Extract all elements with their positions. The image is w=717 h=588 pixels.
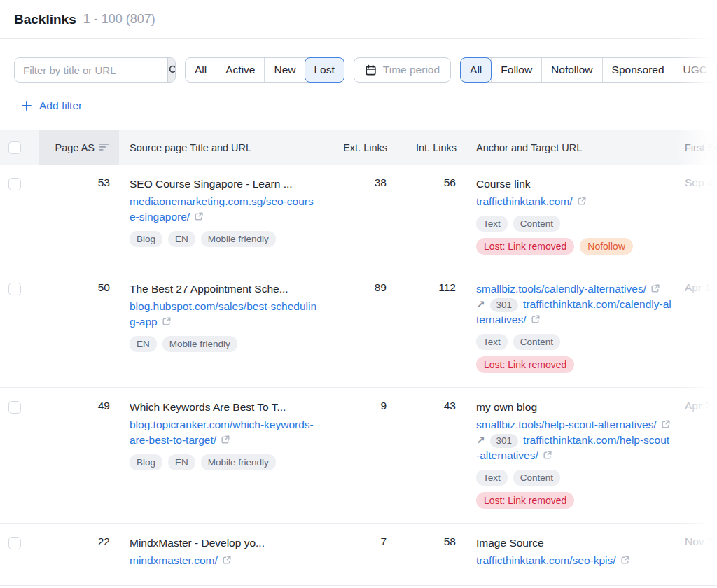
filter-toolbar: AllActiveNewLost Time period AllFollowNo…	[14, 57, 717, 83]
filter-follow-all[interactable]: All	[460, 57, 492, 83]
first-seen-value: Nov 2	[672, 524, 717, 582]
link-type-tags: TextContent	[476, 216, 672, 232]
redirect-code-badge: 301	[490, 434, 519, 448]
redirect-arrow-icon: ↗	[476, 434, 485, 446]
first-seen-value: Apr 2	[672, 388, 717, 523]
anchor-text: Course link	[476, 176, 672, 192]
filter-status-new[interactable]: New	[264, 58, 305, 82]
backlinks-table: Page AS Source page Title and URL Ext. L…	[0, 130, 717, 582]
external-link-icon[interactable]	[194, 211, 204, 221]
source-url-link[interactable]: blog.hubspot.com/sales/best-scheduling-a…	[130, 300, 316, 328]
column-header-page-as[interactable]: Page AS	[39, 130, 119, 164]
column-header-ext-links[interactable]: Ext. Links	[326, 130, 387, 164]
page-as-value: 22	[39, 524, 119, 582]
status-filter-group: AllActiveNewLost	[185, 57, 344, 83]
column-header-first-seen[interactable]: First Seen	[672, 130, 717, 164]
search-button[interactable]	[167, 58, 176, 82]
result-range-count: 1 - 100 (807)	[83, 12, 155, 27]
tag-pill: Text	[476, 216, 508, 232]
search-icon	[168, 64, 176, 76]
filter-follow-nofollow[interactable]: Nofollow	[541, 58, 601, 82]
row-checkbox[interactable]	[8, 178, 21, 190]
filter-status-active[interactable]: Active	[216, 58, 264, 82]
tag-pill: Mobile friendly	[201, 454, 276, 470]
external-link-icon[interactable]	[531, 314, 541, 324]
anchor-text: my own blog	[476, 400, 672, 415]
status-badge-nofollow: Nofollow	[580, 238, 633, 255]
target-url-link[interactable]: smallbiz.tools/calendly-alternatives/	[476, 283, 646, 295]
ext-links-value: 38	[326, 164, 387, 269]
target-url-link[interactable]: trafficthinktank.com/seo-kpis/	[476, 554, 616, 566]
table-row: 22 MindxMaster - Develop yo... mindxmast…	[0, 524, 717, 582]
search-group	[14, 57, 176, 83]
add-filter-button[interactable]: Add filter	[22, 99, 82, 112]
filter-follow-sponsored[interactable]: Sponsored	[602, 58, 674, 82]
source-title: SEO Course Singapore - Learn ...	[130, 176, 319, 192]
filter-follow-follow[interactable]: Follow	[491, 58, 541, 82]
time-period-label: Time period	[383, 64, 440, 76]
add-filter-label: Add filter	[39, 99, 82, 112]
external-link-icon[interactable]	[543, 450, 552, 460]
redirect-line: ↗301trafficthinktank.com/help-scout-alte…	[476, 433, 672, 463]
link-type-tags: TextContent	[476, 334, 672, 350]
calendar-icon	[365, 64, 377, 76]
external-link-icon[interactable]	[221, 435, 230, 444]
tag-pill: Text	[476, 334, 508, 350]
link-type-tags: TextContent	[476, 470, 672, 486]
int-links-value: 58	[387, 524, 457, 582]
source-tags: BlogENMobile friendly	[130, 454, 319, 470]
source-url-link[interactable]: mindxmaster.com/	[130, 554, 218, 566]
int-links-value: 56	[387, 164, 457, 269]
external-link-icon[interactable]	[661, 419, 671, 429]
tag-pill: Text	[476, 470, 508, 486]
status-badge-lost: Lost: Link removed	[476, 238, 574, 255]
plus-icon	[22, 101, 32, 111]
external-link-icon[interactable]	[650, 284, 660, 293]
page-as-value: 49	[39, 388, 119, 523]
external-link-icon[interactable]	[162, 316, 172, 326]
status-tags: Lost: Link removed Nofollow	[476, 238, 672, 255]
row-checkbox[interactable]	[8, 283, 21, 295]
filter-status-lost[interactable]: Lost	[305, 57, 344, 83]
source-title: Which Keywords Are Best To T...	[130, 400, 319, 415]
row-checkbox[interactable]	[8, 537, 21, 550]
select-all-checkbox[interactable]	[8, 141, 21, 154]
first-seen-value: Sep 4	[672, 164, 717, 269]
tag-pill: EN	[168, 231, 195, 247]
anchor-text: Image Source	[476, 536, 672, 551]
tag-pill: Blog	[130, 454, 162, 470]
table-row: 53 SEO Course Singapore - Learn ... medi…	[0, 164, 717, 270]
target-url-link[interactable]: trafficthinktank.com/	[476, 195, 573, 207]
sort-desc-icon	[99, 143, 110, 152]
target-url-link[interactable]: smallbiz.tools/help-scout-alternatives/	[476, 419, 657, 430]
row-checkbox[interactable]	[8, 401, 21, 414]
source-tags: ENMobile friendly	[130, 336, 319, 352]
status-badge-lost: Lost: Link removed	[476, 356, 574, 373]
int-links-value: 43	[387, 388, 457, 523]
tag-pill: Content	[513, 334, 560, 350]
page-as-value: 50	[39, 270, 119, 387]
tag-pill: Content	[513, 470, 560, 486]
tag-pill: Content	[513, 216, 560, 232]
column-header-source: Source page Title and URL	[119, 130, 326, 164]
external-link-icon[interactable]	[620, 555, 630, 565]
status-badge-lost: Lost: Link removed	[476, 492, 574, 509]
filter-follow-ugc[interactable]: UGC	[674, 58, 716, 82]
time-period-button[interactable]: Time period	[354, 57, 451, 83]
tag-pill: Mobile friendly	[201, 231, 276, 247]
tag-pill: Mobile friendly	[162, 336, 237, 352]
tag-pill: EN	[130, 336, 157, 352]
external-link-icon[interactable]	[577, 196, 587, 206]
redirect-code-badge: 301	[490, 298, 519, 312]
tag-pill: Blog	[130, 231, 162, 247]
status-tags: Lost: Link removed	[476, 492, 672, 509]
table-header-row: Page AS Source page Title and URL Ext. L…	[0, 130, 717, 164]
filter-status-all[interactable]: All	[186, 58, 216, 82]
source-url-link[interactable]: mediaonemarketing.com.sg/seo-course-sing…	[130, 195, 314, 223]
external-link-icon[interactable]	[222, 555, 232, 565]
column-header-int-links[interactable]: Int. Links	[387, 130, 457, 164]
follow-filter-group: AllFollowNofollowSponsoredUGC	[460, 57, 717, 83]
search-input[interactable]	[15, 58, 167, 82]
table-row: 49 Which Keywords Are Best To T... blog.…	[0, 388, 717, 524]
first-seen-value: Apr 1	[672, 270, 717, 387]
